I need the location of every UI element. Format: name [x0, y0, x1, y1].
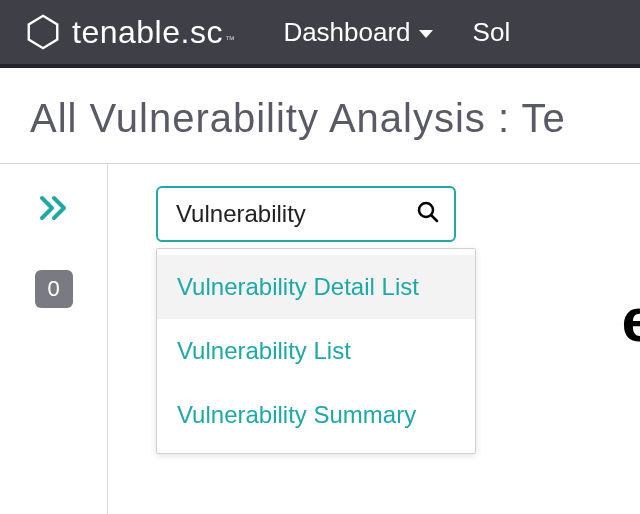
hexagon-icon	[24, 13, 62, 51]
badge-count: 0	[47, 276, 59, 302]
brand-text: tenable.sc™	[72, 14, 235, 51]
left-rail: 0	[0, 164, 108, 514]
caret-down-icon	[419, 30, 433, 38]
brand-logo[interactable]: tenable.sc™	[24, 13, 235, 51]
nav-label: Sol	[473, 17, 511, 48]
dropdown-item-vuln-detail-list[interactable]: Vulnerability Detail List	[157, 255, 475, 319]
top-nav: tenable.sc™ Dashboard Sol	[0, 0, 640, 68]
nav-label: Dashboard	[283, 17, 410, 48]
page-title-area: All Vulnerability Analysis : Te	[0, 68, 640, 164]
view-search-input[interactable]	[156, 186, 456, 242]
nav-item-solutions[interactable]: Sol	[473, 17, 511, 48]
dropdown-item-vuln-list[interactable]: Vulnerability List	[157, 319, 475, 383]
expand-sidebar-button[interactable]	[38, 194, 70, 226]
filter-count-badge[interactable]: 0	[35, 270, 73, 308]
search-icon[interactable]	[416, 200, 440, 228]
nav-items: Dashboard Sol	[283, 17, 510, 48]
svg-line-2	[432, 216, 438, 222]
svg-marker-0	[29, 16, 58, 48]
view-search-wrap	[156, 186, 456, 242]
view-dropdown: Vulnerability Detail List Vulnerability …	[156, 248, 476, 454]
main-area: er Vulnerability Detail List Vulnerabili…	[108, 164, 640, 514]
chevrons-right-icon	[38, 194, 70, 222]
dropdown-item-label: Vulnerability Detail List	[177, 273, 419, 300]
background-heading-fragment: er	[621, 284, 640, 355]
nav-item-dashboard[interactable]: Dashboard	[283, 17, 432, 48]
page-title: All Vulnerability Analysis : Te	[30, 96, 610, 141]
dropdown-item-label: Vulnerability Summary	[177, 401, 416, 428]
content: 0 er Vulnerability Detail List Vulnerabi…	[0, 164, 640, 514]
dropdown-item-label: Vulnerability List	[177, 337, 351, 364]
dropdown-item-vuln-summary[interactable]: Vulnerability Summary	[157, 383, 475, 447]
